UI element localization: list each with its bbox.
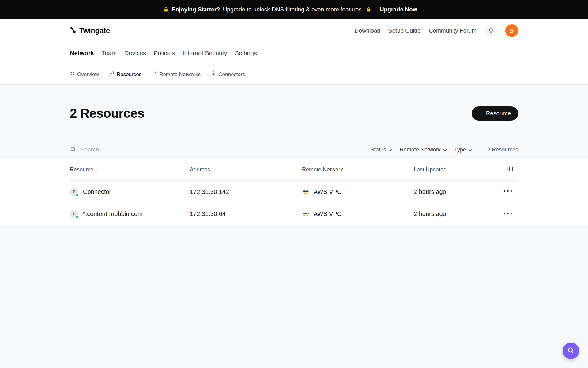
subnav-connectors-label: Connectors — [218, 71, 245, 78]
connector-icon — [211, 71, 216, 78]
subnav-remote-networks-label: Remote Networks — [159, 71, 201, 78]
type-filter-label: Type — [454, 147, 466, 153]
subnav-remote-networks[interactable]: Remote Networks — [152, 64, 201, 84]
banner-headline: Upgrade to unlock DNS filtering & even m… — [223, 6, 363, 13]
type-filter[interactable]: Type — [454, 147, 472, 153]
notifications-button[interactable] — [484, 24, 497, 37]
chevron-down-icon — [443, 147, 447, 153]
community-forum-link[interactable]: Community Forum — [429, 27, 477, 34]
svg-text:aws: aws — [303, 189, 309, 192]
network-subnav: Overview Resources Remote Networks Conne… — [0, 64, 588, 85]
filter-bar: Status Remote Network Type 2 Resources — [0, 140, 588, 159]
chevron-down-icon — [468, 147, 472, 153]
resources-table: Resource ↓ Address Remote Network Last U… — [0, 159, 588, 225]
row-menu-button[interactable]: ··· — [502, 189, 515, 194]
lock-icon — [163, 7, 169, 12]
resources-page: 2 Resources + Resource Status Remote Net… — [0, 85, 588, 368]
columns-settings-button[interactable] — [507, 166, 518, 174]
table-row[interactable]: IP Connector 172.31.30.142 aws AWS VPC 2… — [70, 181, 518, 203]
user-avatar[interactable]: S — [505, 24, 518, 37]
column-header-remote-network[interactable]: Remote Network — [302, 167, 414, 173]
twingate-logo[interactable]: Twingate — [70, 26, 110, 35]
add-resource-button[interactable]: + Resource — [472, 106, 518, 121]
remote-network-name: AWS VPC — [314, 188, 342, 195]
divider — [480, 146, 480, 153]
online-status-dot — [75, 193, 79, 197]
remote-network-filter[interactable]: Remote Network — [400, 147, 447, 153]
subnav-resources-label: Resources — [117, 71, 141, 78]
column-header-address-label: Address — [190, 167, 210, 173]
subnav-overview[interactable]: Overview — [70, 64, 99, 84]
app-header: Twingate Download Setup Guide Community … — [0, 19, 588, 64]
column-header-address[interactable]: Address — [190, 167, 302, 173]
resource-name: Connector — [83, 188, 111, 195]
status-filter-label: Status — [371, 147, 386, 153]
last-updated: 2 hours ago — [414, 188, 490, 195]
resource-address: 172.31.30.142 — [190, 188, 302, 195]
column-header-resource[interactable]: Resource ↓ — [70, 167, 190, 173]
result-count: 2 Resources — [487, 147, 518, 153]
tab-internet-security[interactable]: Internet Security — [183, 50, 227, 57]
tab-settings[interactable]: Settings — [235, 50, 257, 57]
tab-devices[interactable]: Devices — [124, 50, 146, 57]
subnav-resources[interactable]: Resources — [109, 64, 141, 84]
resource-name: *.content-mobbin.com — [83, 210, 143, 217]
remote-network-name: AWS VPC — [314, 210, 342, 217]
sort-desc-icon: ↓ — [96, 167, 98, 173]
table-header-row: Resource ↓ Address Remote Network Last U… — [70, 159, 518, 181]
tab-network[interactable]: Network — [70, 50, 94, 57]
twingate-logo-icon — [70, 26, 76, 35]
columns-icon — [507, 166, 513, 174]
setup-guide-link[interactable]: Setup Guide — [388, 27, 421, 34]
search-chat-icon — [567, 347, 575, 355]
column-header-resource-label: Resource — [70, 167, 93, 173]
lock-icon — [366, 7, 371, 12]
upgrade-banner: Enjoying Starter? Upgrade to unlock DNS … — [0, 0, 588, 19]
column-header-last-updated[interactable]: Last Updated — [414, 167, 490, 173]
brand-name: Twingate — [79, 26, 110, 35]
banner-headline-bold: Enjoying Starter? — [172, 6, 220, 13]
chevron-down-icon — [388, 147, 392, 153]
status-filter[interactable]: Status — [371, 147, 392, 153]
ip-badge-label: IP — [73, 212, 75, 216]
remote-network-filter-label: Remote Network — [400, 147, 441, 153]
column-header-last-updated-label: Last Updated — [414, 167, 447, 173]
row-menu-button[interactable]: ··· — [502, 211, 515, 216]
subnav-connectors[interactable]: Connectors — [211, 64, 245, 84]
resource-address: 172.31.30.64 — [190, 210, 302, 217]
last-updated: 2 hours ago — [414, 210, 490, 217]
online-status-dot — [75, 215, 79, 219]
add-resource-label: Resource — [486, 110, 511, 117]
ip-resource-icon: IP — [70, 188, 78, 196]
aws-icon: aws — [302, 188, 310, 196]
column-header-remote-network-label: Remote Network — [302, 167, 343, 173]
link-icon — [109, 71, 114, 78]
subnav-overview-label: Overview — [77, 71, 99, 78]
search-input[interactable] — [81, 146, 209, 153]
upgrade-now-link[interactable]: Upgrade Now → — [380, 6, 425, 13]
circle-icon — [152, 71, 157, 78]
ip-badge-label: IP — [73, 190, 75, 194]
ip-resource-icon: IP — [70, 210, 78, 218]
plus-icon: + — [479, 109, 483, 117]
search-icon — [70, 146, 76, 154]
download-link[interactable]: Download — [355, 27, 381, 34]
tab-policies[interactable]: Policies — [154, 50, 175, 57]
svg-text:aws: aws — [303, 211, 309, 215]
table-row[interactable]: IP *.content-mobbin.com 172.31.30.64 aws… — [70, 203, 518, 225]
page-title: 2 Resources — [70, 106, 144, 121]
help-widget-button[interactable] — [563, 343, 579, 359]
aws-icon: aws — [302, 210, 310, 218]
main-nav: Network Team Devices Policies Internet S… — [70, 42, 518, 64]
grid-icon — [70, 71, 75, 78]
bell-icon — [488, 27, 494, 34]
tab-team[interactable]: Team — [102, 50, 117, 57]
